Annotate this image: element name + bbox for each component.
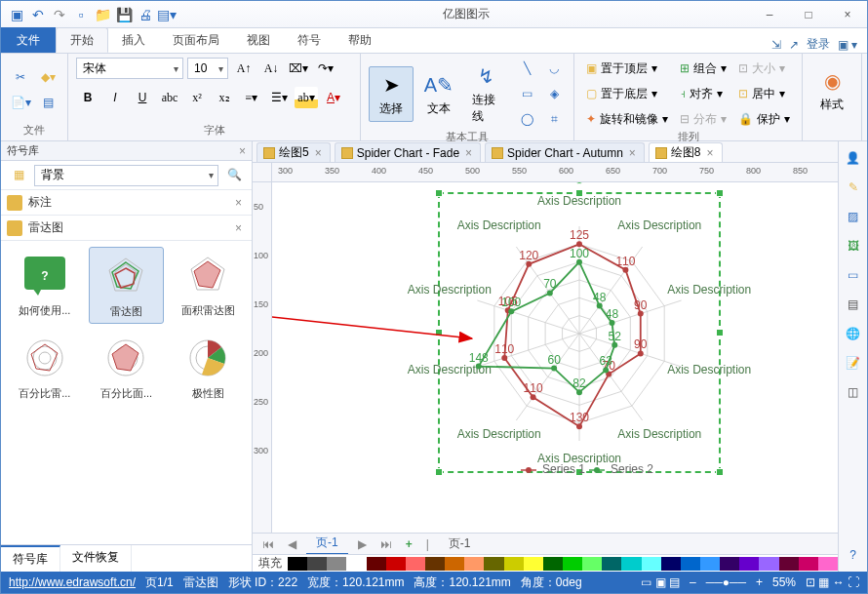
increase-font-icon[interactable]: A↑ [232,58,256,79]
tab-view[interactable]: 视图 [233,27,284,53]
size-button[interactable]: ⊡大小▾ [734,58,794,79]
zoom-out-icon[interactable]: – [690,575,696,589]
swatch[interactable] [445,557,464,571]
radar-chart[interactable]: Axis DescriptionAxis DescriptionAxis Des… [306,182,838,495]
swatch[interactable] [739,557,759,571]
close-icon[interactable]: × [463,146,474,160]
pencil-panel-icon[interactable]: ✎ [843,177,864,198]
shape-pct-area[interactable]: 百分比面... [89,330,165,405]
rotate-mirror-button[interactable]: ✦旋转和镜像▾ [582,108,672,130]
swatch[interactable] [406,557,425,571]
shape-pct-radar[interactable]: 百分比雷... [7,330,83,405]
swatch[interactable] [367,557,386,571]
shape-area-radar[interactable]: 面积雷达图 [170,247,246,324]
copy-icon[interactable]: 📄▾ [9,93,32,114]
zoom-in-icon[interactable]: + [756,575,763,589]
status-url[interactable]: http://www.edrawsoft.cn/ [9,575,136,589]
swatch[interactable] [543,557,563,571]
search-icon[interactable]: 🔍 [222,165,246,186]
connector-tool[interactable]: ↯连接线 [464,59,507,129]
close-icon[interactable]: × [705,146,716,160]
swatch[interactable] [720,557,739,571]
category-radar[interactable]: 雷达图× [1,216,252,241]
swatch[interactable] [346,557,366,571]
tab-insert[interactable]: 插入 [108,27,159,53]
page-last-icon[interactable]: ⏭ [376,537,396,551]
crop-icon[interactable]: ⌗ [542,108,566,130]
close-icon[interactable]: × [313,146,324,160]
swatch[interactable] [799,557,818,571]
doc-tab-4[interactable]: 绘图8× [649,142,723,162]
group-button[interactable]: ⊞组合▾ [676,58,730,79]
style-button[interactable]: ◉样式 [810,63,853,117]
decrease-font-icon[interactable]: A↓ [259,58,283,79]
close-icon[interactable]: × [231,196,246,210]
swatch[interactable] [582,557,602,571]
swatch[interactable] [818,557,838,571]
superscript-icon[interactable]: x² [185,87,209,108]
list-icon[interactable]: ☰▾ [267,87,291,108]
zoom-slider[interactable]: ──●── [706,575,746,589]
swatch[interactable] [642,557,661,571]
swatch[interactable] [779,557,799,571]
swatch[interactable] [288,557,307,571]
view-mode-icons[interactable]: ▭ ▣ ▤ [641,575,680,589]
text-tool[interactable]: A✎文本 [417,67,460,121]
shape-polar[interactable]: 极性图 [170,330,246,405]
font-color-icon[interactable]: A▾ [322,87,345,108]
align-icon[interactable]: ≡▾ [240,87,263,108]
rect-icon[interactable]: ▭ [515,83,538,104]
close-icon[interactable]: × [231,221,246,235]
share-out-icon[interactable]: ⇲ [771,38,781,52]
swatch[interactable] [759,557,778,571]
image-panel-icon[interactable]: 🖼 [843,235,864,257]
swatch[interactable] [563,557,582,571]
shape-howto[interactable]: ?如何使用... [7,247,83,324]
category-select[interactable]: 背景 [34,165,218,186]
tab-help[interactable]: 帮助 [335,27,385,53]
page-next-icon[interactable]: ▶ [354,537,371,551]
library-icon[interactable]: ▦ [7,165,30,186]
ellipse-icon[interactable]: ◯ [515,108,538,130]
note-panel-icon[interactable]: 📝 [843,352,864,374]
cut-icon[interactable]: ✂ [9,67,32,89]
swatch[interactable] [700,557,720,571]
tab-file-recover[interactable]: 文件恢复 [60,545,132,572]
curve-text-icon[interactable]: ↷▾ [314,58,337,79]
tab-symbol-lib[interactable]: 符号库 [1,545,60,572]
page-tab-2[interactable]: 页-1 [439,534,481,554]
ruler-vertical[interactable]: 50100150200250300 [253,182,272,533]
share-icon[interactable]: ↗ [789,38,799,52]
swatch[interactable] [464,557,484,571]
send-back-button[interactable]: ▢置于底层▾ [582,83,672,104]
new-icon[interactable]: ▫ [73,7,89,22]
color-swatches[interactable] [288,557,838,571]
bold-icon[interactable]: B [76,87,99,108]
swatch[interactable] [307,557,327,571]
doc-tab-1[interactable]: 绘图5× [256,142,331,162]
login-link[interactable]: 登录 [807,36,830,53]
export-icon[interactable]: ▤▾ [159,7,175,22]
fill-panel-icon[interactable]: ▨ [843,206,864,227]
page-tab-current[interactable]: 页-1 [306,533,348,555]
cube-panel-icon[interactable]: ◫ [843,381,864,403]
line-icon[interactable]: ╲ [515,58,538,79]
shape-panel-icon[interactable]: 👤 [843,147,864,169]
close-button[interactable]: × [828,1,867,28]
font-size-select[interactable]: 10 [187,58,228,79]
italic-icon[interactable]: I [103,87,127,108]
protect-button[interactable]: 🔒保护▾ [734,108,794,130]
subscript-icon[interactable]: x₂ [213,87,236,108]
highlight-icon[interactable]: ab▾ [295,87,318,108]
maximize-button[interactable]: □ [789,1,828,28]
collapse-ribbon-icon[interactable]: ▣ ▾ [838,38,857,52]
swatch[interactable] [681,557,700,571]
swatch[interactable] [504,557,524,571]
ruler-horizontal[interactable]: 300350400450500550600650700750800850 [272,163,838,182]
file-tab[interactable]: 文件 [1,27,56,53]
swatch[interactable] [386,557,406,571]
swatch[interactable] [425,557,445,571]
center-button[interactable]: ⊡居中▾ [734,83,794,104]
page-add-icon[interactable]: + [402,537,416,551]
web-panel-icon[interactable]: 🌐 [843,323,864,344]
